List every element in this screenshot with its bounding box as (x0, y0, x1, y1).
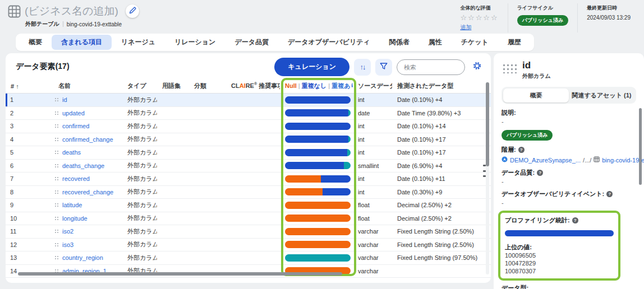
lifecycle-block: ライフサイクル パブリッシュ済み (508, 3, 577, 32)
hierarchy-table-link[interactable]: bing-covid-19-extt... (602, 157, 644, 164)
profiling-bar[interactable] (285, 123, 351, 130)
filter-button[interactable] (375, 59, 392, 76)
drag-handle-icon[interactable] (54, 189, 59, 195)
drag-handle-icon[interactable] (54, 242, 59, 248)
table-vertical-scrollbar[interactable] (486, 82, 489, 166)
column-name-link[interactable]: confirmed (62, 123, 89, 129)
column-name-link[interactable]: confirmed_change (62, 136, 113, 143)
drag-handle-icon[interactable] (54, 110, 59, 116)
column-header-source-type[interactable]: ソースデータ型 (353, 82, 392, 90)
tab-8[interactable]: チケット (452, 35, 498, 50)
rating-add-link[interactable]: 追加 (460, 24, 471, 31)
column-header-classification[interactable]: 分類 (189, 82, 226, 90)
column-name-link[interactable]: deaths (62, 149, 81, 156)
inferred-type-cell: Date (0.30%) +9 (392, 189, 491, 195)
panel-tab-overview[interactable]: 概要 (503, 88, 569, 102)
table-row[interactable]: 1id外部カラムintDate (0.10%) +4 (6, 94, 491, 107)
table-row[interactable]: 9latitude外部カラムfloatDecimal (2.50%) +2 (6, 199, 491, 212)
tab-5[interactable]: データオブザーバビリティ (278, 35, 380, 50)
curation-button[interactable]: キュレーション (274, 58, 349, 76)
column-name-link[interactable]: recovered (62, 175, 90, 182)
column-header-null-distinct-dup[interactable]: Null | 重複なし | 重複あり % (280, 82, 353, 90)
row-number: 2 (6, 110, 53, 116)
table-horizontal-scrollbar[interactable] (18, 272, 342, 276)
column-header-name[interactable]: 名前 (53, 82, 122, 90)
column-name-link[interactable]: longitude (62, 215, 88, 222)
edit-title-button[interactable] (126, 4, 139, 18)
column-header-num[interactable]: # ↑ (6, 83, 53, 90)
profiling-bar[interactable] (285, 215, 351, 222)
panel-tab-related-assets[interactable]: 関連するアセット (1) (569, 88, 634, 102)
star-rating[interactable]: ☆☆☆☆☆ (460, 14, 498, 21)
profiling-bar[interactable] (285, 136, 351, 143)
sort-button[interactable]: ↑↓ (354, 59, 371, 76)
tab-6[interactable]: 関係者 (380, 35, 419, 50)
source-type-cell: varchar (353, 268, 392, 274)
help-icon[interactable]: ? (537, 170, 543, 176)
profiling-bar[interactable] (285, 241, 351, 248)
table-row[interactable]: 5deaths外部カラムintDate (0.10%) +17 (6, 146, 491, 160)
table-row[interactable]: 3confirmed外部カラムintDate (0.10%) +14 (6, 120, 491, 133)
drag-handle-icon[interactable] (54, 97, 59, 102)
table-row[interactable]: 14admin_region_1外部カラムvarchar (6, 265, 491, 278)
table-row[interactable]: 4confirmed_change外部カラムintDate (0.10%) +1… (6, 133, 491, 147)
drag-handle-icon[interactable] (54, 229, 59, 234)
column-name-link[interactable]: id (62, 96, 67, 103)
profiling-bar[interactable] (285, 149, 351, 156)
source-type-cell: varchar (353, 228, 392, 235)
column-name-link[interactable]: recovered_change (62, 189, 113, 195)
profiling-bar[interactable] (285, 175, 351, 183)
help-icon[interactable]: ? (572, 217, 578, 223)
panel-vertical-scrollbar[interactable] (639, 108, 642, 185)
tab-7[interactable]: 属性 (419, 35, 452, 50)
profiling-bar[interactable] (285, 162, 351, 169)
column-name-link[interactable]: updated (62, 110, 85, 116)
column-name-link[interactable]: latitude (62, 202, 82, 208)
drag-handle-icon[interactable] (54, 137, 59, 142)
profiling-bar[interactable] (285, 96, 351, 104)
table-row[interactable]: 8recovered_change外部カラムintDate (0.30%) +9 (6, 186, 491, 199)
drag-handle-icon[interactable] (54, 202, 59, 208)
drag-handle-icon[interactable] (54, 176, 59, 181)
drag-handle-icon[interactable] (54, 150, 59, 155)
drag-handle-icon[interactable] (54, 163, 59, 169)
search-input[interactable] (397, 59, 465, 75)
profiling-bar[interactable] (285, 254, 351, 262)
column-header-glossary[interactable]: 用語集 (157, 82, 189, 90)
drag-handle-icon[interactable] (54, 255, 59, 260)
column-name-link[interactable]: deaths_change (62, 162, 104, 169)
profiling-bar[interactable] (285, 228, 351, 235)
column-name-link[interactable]: country_region (62, 254, 103, 261)
column-name-link[interactable]: iso2 (62, 228, 73, 235)
table-row[interactable]: 2updated外部カラムdateDate Time (39.80%) +3 (6, 107, 491, 120)
table-row[interactable]: 11iso2外部カラムvarcharFixed Length String (2… (6, 225, 491, 239)
page-header: (ビジネス名の追加) 外部テーブル bing-covid-19-exttable… (0, 0, 644, 32)
profiling-bar[interactable] (285, 109, 351, 116)
column-header-type[interactable]: タイプ (122, 82, 157, 90)
tab-3[interactable]: リレーション (165, 35, 225, 50)
column-name-link[interactable]: iso3 (62, 241, 73, 248)
help-icon[interactable]: ? (606, 191, 613, 197)
profiling-bar[interactable] (285, 202, 351, 209)
profiling-bar[interactable] (285, 188, 351, 195)
drag-handle-icon[interactable] (54, 216, 59, 221)
table-row[interactable]: 13country_region外部カラムvarcharFixed Length… (6, 251, 491, 265)
settings-button[interactable] (470, 60, 484, 74)
data-elements-card: データ要素(17) キュレーション ↑↓ # ↑ 名前 タイプ 用語集 分類 C… (6, 53, 491, 283)
help-icon[interactable]: ? (518, 147, 525, 153)
panel-resize-handle[interactable] (482, 165, 486, 177)
drag-handle-icon[interactable] (54, 123, 59, 129)
tab-9[interactable]: 履歴 (498, 35, 531, 50)
column-header-claire[interactable]: CLAIRE® 推奨事項 (226, 82, 280, 90)
table-row[interactable]: 7recovered外部カラムintDate (0.10%) +11 (6, 173, 491, 186)
column-header-inferred-type[interactable]: 推測されたデータ型 (392, 82, 491, 90)
tab-1[interactable]: 含まれる項目 (52, 35, 112, 50)
tab-0[interactable]: 概要 (19, 35, 52, 50)
table-row[interactable]: 12iso3外部カラムvarcharFixed Length String (2… (6, 239, 491, 252)
tab-4[interactable]: データ品質 (225, 35, 278, 50)
table-row[interactable]: 6deaths_change外部カラムsmallintDate (6.90%) … (6, 160, 491, 173)
tab-2[interactable]: リネージュ (112, 35, 165, 50)
table-row[interactable]: 10longitude外部カラムfloatDecimal (2.50%) +2 (6, 212, 491, 226)
hierarchy-source-link[interactable]: DEMO_AzureSynapse_... (510, 157, 581, 164)
name-cell: iso3 (53, 241, 122, 248)
